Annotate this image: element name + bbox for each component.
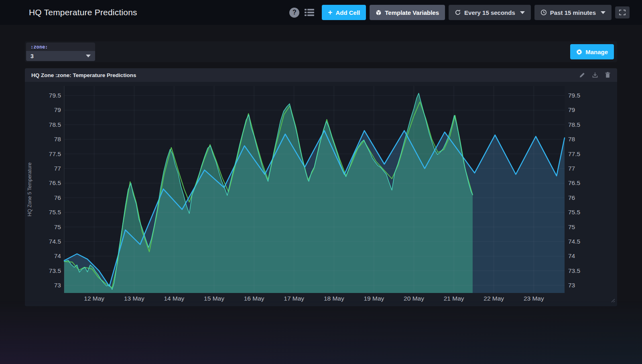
y-tick-label-right: 76.5 (568, 179, 580, 186)
add-cell-button[interactable]: + Add Cell (322, 5, 366, 20)
y-tick-label-right: 76 (568, 194, 575, 201)
y-tick-label-right: 73 (568, 282, 575, 289)
x-tick-label: 19 May (364, 295, 384, 302)
y-tick-label: 73.5 (49, 267, 61, 274)
y-tick-label-right: 74 (568, 252, 575, 259)
x-tick-label: 13 May (124, 295, 144, 302)
x-tick-label: 20 May (404, 295, 424, 302)
x-tick-label: 16 May (244, 295, 264, 302)
x-tick-label: 15 May (204, 295, 224, 302)
x-tick-label: 22 May (484, 295, 504, 302)
temperature-chart[interactable]: 737373.573.5747474.574.5757575.575.57676… (25, 82, 604, 306)
y-tick-label: 75 (54, 224, 61, 230)
y-tick-label: 78 (54, 136, 61, 142)
y-tick-label-right: 77.5 (568, 150, 580, 157)
y-tick-label: 79.5 (49, 92, 61, 99)
fullscreen-icon (619, 10, 626, 15)
y-tick-label: 73 (54, 282, 61, 289)
navbar: HQ Temperature Predictions ? + Add Cell … (0, 0, 642, 25)
presentation-mode-button[interactable] (615, 6, 630, 18)
chart-panel: HQ Zone :zone: Temperature Predictions 7… (25, 68, 617, 306)
panel-actions (579, 72, 611, 78)
y-tick-label-right: 75 (568, 224, 575, 230)
manage-button[interactable]: Manage (570, 44, 614, 59)
edit-pencil-icon[interactable] (579, 72, 585, 78)
plus-icon: + (328, 8, 332, 16)
template-variables-bar: :zone: 3 Manage (25, 41, 617, 62)
trash-icon[interactable] (605, 72, 611, 78)
panel-title: HQ Zone :zone: Temperature Predictions (31, 72, 136, 78)
time-range-label: Past 15 minutes (550, 9, 596, 16)
x-tick-label: 18 May (324, 295, 344, 302)
list-row-square (305, 14, 307, 16)
page-title: HQ Temperature Predictions (29, 8, 137, 17)
chart-svg[interactable]: 737373.573.5747474.574.5757575.575.57676… (25, 82, 604, 306)
zone-variable-dropdown[interactable]: :zone: 3 (26, 43, 95, 61)
refresh-interval-dropdown[interactable]: Every 15 seconds (449, 5, 531, 20)
x-tick-label: 12 May (84, 295, 104, 302)
y-tick-label-right: 74.5 (568, 238, 580, 245)
list-row-bar (307, 12, 314, 13)
list-row-bar (307, 9, 314, 10)
x-tick-label: 17 May (284, 295, 304, 302)
chevron-down-icon (86, 55, 91, 57)
refresh-interval-label: Every 15 seconds (464, 9, 515, 16)
zone-variable-name: :zone: (26, 43, 95, 51)
y-tick-label-right: 79 (568, 106, 575, 113)
navbar-actions: ? + Add Cell Template Variables Every 15… (289, 5, 630, 20)
y-tick-label-right: 79.5 (568, 92, 580, 99)
time-range-dropdown[interactable]: Past 15 minutes (534, 5, 612, 20)
y-tick-label: 76 (54, 194, 61, 201)
y-tick-label: 77 (54, 165, 61, 172)
download-icon[interactable] (592, 72, 598, 78)
help-icon[interactable]: ? (289, 8, 299, 18)
panel-header: HQ Zone :zone: Temperature Predictions (25, 68, 617, 82)
y-tick-label: 76.5 (49, 179, 61, 186)
y-tick-label: 74.5 (49, 238, 61, 245)
template-variables-button[interactable]: Template Variables (370, 5, 445, 20)
y-tick-label: 77.5 (49, 150, 61, 157)
y-tick-label: 78.5 (49, 121, 61, 128)
y-tick-label: 79 (54, 106, 61, 113)
list-row-square (305, 9, 307, 10)
x-tick-label: 21 May (444, 295, 464, 302)
template-variables-label: Template Variables (385, 9, 439, 16)
y-tick-label-right: 78.5 (568, 121, 580, 128)
y-tick-label-right: 75.5 (568, 209, 580, 216)
x-tick-label: 14 May (164, 295, 184, 302)
y-axis-title: HQ Zone 5 Temperature (27, 163, 33, 217)
y-tick-label: 75.5 (49, 209, 61, 216)
panel-resize-handle[interactable] (610, 297, 615, 304)
y-tick-label: 74 (54, 252, 61, 259)
refresh-icon (455, 9, 461, 16)
y-tick-label-right: 77 (568, 165, 575, 172)
list-row-square (305, 12, 307, 13)
gear-icon (576, 49, 582, 55)
y-tick-label-right: 73.5 (568, 267, 580, 274)
add-cell-label: Add Cell (335, 9, 360, 16)
x-tick-label: 23 May (524, 295, 544, 302)
cells-list-icon[interactable] (305, 9, 314, 16)
list-row-bar (307, 14, 314, 16)
chevron-down-icon (520, 11, 525, 14)
clock-icon (540, 9, 547, 16)
cube-icon (376, 10, 382, 16)
y-tick-label-right: 78 (568, 136, 575, 142)
manage-label: Manage (585, 49, 608, 55)
zone-variable-value: 3 (30, 53, 34, 59)
chevron-down-icon (601, 11, 605, 14)
